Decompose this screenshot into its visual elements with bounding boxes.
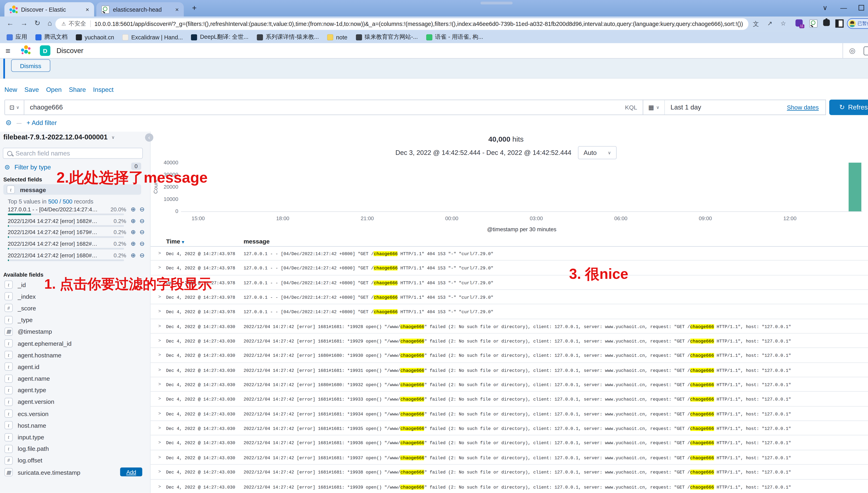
tabstrip-chevron-icon[interactable]: ∨ [823,4,827,12]
expand-row-icon[interactable]: > [159,382,161,387]
filter-for-value-icon[interactable]: ⊕ [131,206,136,213]
expand-row-icon[interactable]: > [159,251,161,256]
filter-out-value-icon[interactable]: ⊖ [140,252,145,259]
field-item[interactable]: # log.offset Add [0,455,150,466]
close-tab-icon[interactable]: × [175,6,179,13]
query-input[interactable]: chaoge666 KQL [24,100,643,115]
tab-discover[interactable]: Discover - Elastic × [4,2,94,17]
saved-query-button[interactable]: ⊡∨ [4,100,24,115]
filter-out-value-icon[interactable]: ⊖ [140,240,145,247]
menu-link[interactable]: Share [69,86,86,93]
tab-elasticsearch-head[interactable]: elasticsearch-head × [96,2,184,17]
field-item[interactable]: t agent.type Add [0,384,150,396]
expand-row-icon[interactable]: > [159,338,161,343]
address-bar[interactable]: ⚠ 不安全 10.0.0.18:5601/app/discover#/?_g=(… [55,18,748,29]
filter-for-value-icon[interactable]: ⊕ [131,240,136,247]
expand-row-icon[interactable]: > [159,352,161,358]
clipped-header-icon[interactable] [864,46,868,55]
index-pattern-selector[interactable]: filebeat-7.9.1-2022.12.04-000001 ∨ [3,133,115,141]
field-item[interactable]: t agent.hostname Add [0,349,150,361]
show-dates-link[interactable]: Show dates [787,104,825,111]
filter-for-value-icon[interactable]: ⊕ [131,252,136,259]
expand-row-icon[interactable]: > [159,294,161,299]
filter-for-value-icon[interactable]: ⊕ [131,229,136,236]
expand-row-icon[interactable]: > [159,440,161,445]
bookmark-star-icon[interactable]: ☆ [781,20,786,27]
field-item[interactable]: t agent.id Add [0,361,150,372]
add-field-button[interactable]: Add [120,468,142,476]
expand-row-icon[interactable]: > [159,455,161,460]
bookmark-item[interactable]: 系列课详情-猿来教... [257,33,319,41]
field-item[interactable]: t log.file.path Add [0,443,150,455]
bookmark-item[interactable]: yuchaoit.cn [76,34,114,40]
expand-row-icon[interactable]: > [159,469,161,474]
expand-row-icon[interactable]: > [159,323,161,328]
bookmark-item[interactable]: Excalidraw | Hand... [122,34,183,40]
field-item[interactable]: ▦ @timestamp Add [0,326,150,337]
filter-out-value-icon[interactable]: ⊖ [140,217,145,224]
expand-row-icon[interactable]: > [159,265,161,270]
menu-link[interactable]: Save [24,86,39,93]
menu-link[interactable]: Inspect [93,86,113,93]
profile-button[interactable]: 已暂停 [847,18,868,29]
field-item[interactable]: t host.name Add [0,420,150,431]
elasticsearch-head-extension-icon[interactable] [809,19,818,27]
time-column-header[interactable]: Time ▾ [166,238,184,244]
field-item[interactable]: t ecs.version Add [0,408,150,420]
new-tab-button[interactable]: + [192,3,197,12]
expand-row-icon[interactable]: > [159,411,161,416]
extensions-puzzle-icon[interactable] [823,19,830,26]
field-item[interactable]: # _score Add [0,302,150,314]
bookmark-item[interactable]: 腾讯文档 [35,33,67,41]
field-search-input[interactable]: Search field names [3,148,143,159]
filter-icon[interactable]: ⊜ [6,118,12,127]
minimize-button[interactable]: — [840,4,847,12]
records-link[interactable]: 500 / 500 [48,198,73,205]
maximize-button[interactable] [859,5,864,10]
bookmark-item[interactable]: 语雀 - 用语雀, 构... [426,33,483,41]
bookmark-item[interactable]: 猿来教育官方网站-... [356,33,418,41]
query-language-button[interactable]: KQL [625,104,637,111]
field-item[interactable]: t agent.version Add [0,396,150,408]
reload-icon[interactable]: ↻ [34,19,40,27]
translate-icon[interactable]: 文 [753,20,759,28]
url-text[interactable]: 10.0.0.18:5601/app/discover#/?_g=(filter… [95,21,748,27]
space-avatar[interactable]: D [40,45,50,56]
expand-row-icon[interactable]: > [159,426,161,430]
dismiss-button[interactable]: Dismiss [11,59,50,72]
message-column-header[interactable]: message [244,238,270,244]
field-item[interactable]: t _type Add [0,314,150,326]
refresh-button[interactable]: ↻Refresh [829,100,868,115]
menu-link[interactable]: New [4,86,17,93]
bookmark-item[interactable]: note [327,34,347,40]
field-item[interactable]: t input.type Add [0,431,150,443]
expand-row-icon[interactable]: > [159,309,161,314]
expand-row-icon[interactable]: > [159,484,161,489]
reader-mode-icon[interactable] [835,19,844,27]
forward-icon[interactable]: → [21,19,28,27]
help-icon[interactable]: ◎ [849,46,855,55]
filter-out-value-icon[interactable]: ⊖ [140,229,145,236]
time-range-label[interactable]: Last 1 day [665,104,701,111]
menu-link[interactable]: Open [46,86,62,93]
filter-by-type-button[interactable]: ⊜ Filter by type [4,163,51,171]
window-drag-handle[interactable] [480,2,513,4]
share-icon[interactable]: ↗ [767,20,772,27]
filter-out-value-icon[interactable]: ⊖ [140,206,145,213]
expand-row-icon[interactable]: > [159,396,161,401]
bookmark-item[interactable]: DeepL翻译: 全世... [191,33,248,41]
expand-row-icon[interactable]: > [159,367,161,372]
back-icon[interactable]: ← [7,19,14,27]
menu-hamburger-icon[interactable]: ≡ [6,46,11,56]
home-icon[interactable]: ⌂ [48,19,52,27]
filter-for-value-icon[interactable]: ⊕ [131,217,136,224]
interval-select[interactable]: Auto∨ [578,146,616,159]
field-item[interactable]: ▦ suricata.eve.timestamp Add [0,466,150,478]
close-tab-icon[interactable]: × [86,6,89,13]
calendar-button[interactable]: ▦∨ [643,100,665,114]
bookmark-item[interactable]: 应用 [7,33,27,41]
add-filter-link[interactable]: + Add filter [26,119,57,126]
field-item[interactable]: t agent.ephemeral_id Add [0,338,150,349]
extension-icon[interactable]: 11 [795,19,803,26]
field-item[interactable]: t agent.name Add [0,373,150,384]
